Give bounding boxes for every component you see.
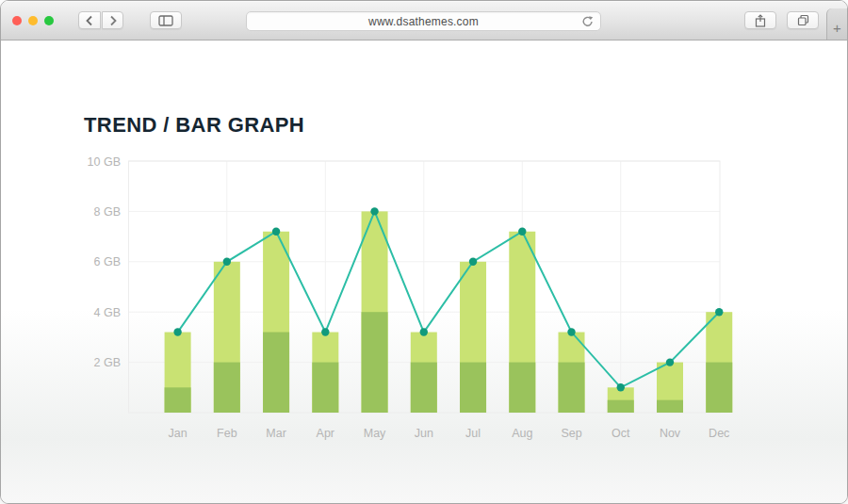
x-axis-label: Mar bbox=[266, 427, 286, 440]
reload-icon[interactable] bbox=[581, 15, 594, 28]
trend-point bbox=[469, 258, 477, 266]
y-axis-label: 6 GB bbox=[94, 255, 122, 268]
x-axis-label: Dec bbox=[709, 427, 729, 440]
zoom-window-button[interactable] bbox=[44, 16, 54, 25]
chevron-right-icon bbox=[109, 15, 117, 26]
bar-base-segment bbox=[657, 400, 683, 413]
trend-point bbox=[715, 308, 723, 316]
x-axis-label: Jan bbox=[169, 427, 188, 440]
sidebar-toggle-button[interactable] bbox=[150, 11, 182, 29]
trend-bar-chart: 2 GB4 GB6 GB8 GB10 GBJanFebMarAprMayJunJ… bbox=[1, 41, 848, 504]
x-axis-label: Nov bbox=[660, 427, 681, 440]
bar-base-segment bbox=[362, 312, 388, 413]
trend-line bbox=[178, 211, 720, 387]
chevron-left-icon bbox=[86, 15, 93, 26]
forward-button[interactable] bbox=[102, 11, 123, 29]
x-axis-label: Oct bbox=[612, 427, 630, 440]
share-icon bbox=[755, 14, 766, 27]
share-button[interactable] bbox=[744, 11, 776, 29]
x-axis-label: Sep bbox=[561, 427, 581, 440]
y-axis-label: 2 GB bbox=[94, 356, 122, 369]
browser-window: www.dsathemes.com + bbox=[0, 0, 848, 504]
new-tab-button[interactable]: + bbox=[826, 8, 847, 40]
web-page: TREND / BAR GRAPH 2 GB4 GB6 GB8 GB10 GBJ… bbox=[1, 41, 847, 504]
y-axis-label: 10 GB bbox=[88, 155, 121, 169]
trend-point bbox=[272, 228, 280, 236]
bar-base-segment bbox=[263, 333, 289, 413]
trend-point bbox=[666, 358, 674, 366]
x-axis-label: Jul bbox=[465, 427, 481, 440]
bar-base-segment bbox=[460, 363, 486, 413]
bar-base-segment bbox=[312, 363, 338, 413]
trend-point bbox=[321, 328, 329, 335]
trend-point bbox=[567, 328, 575, 335]
trend-point bbox=[518, 228, 526, 236]
browser-toolbar: www.dsathemes.com + bbox=[1, 1, 847, 41]
trend-point bbox=[173, 328, 181, 335]
bar-base-segment bbox=[706, 363, 732, 413]
trend-point bbox=[420, 328, 428, 335]
bar-base-segment bbox=[509, 363, 535, 413]
traffic-lights bbox=[12, 16, 54, 25]
bar-base-segment bbox=[559, 363, 585, 413]
x-axis-label: Apr bbox=[317, 427, 334, 440]
plus-icon: + bbox=[833, 21, 841, 35]
bar-base-segment bbox=[165, 387, 191, 413]
bar-base-segment bbox=[608, 400, 634, 413]
trend-point bbox=[370, 207, 378, 215]
trend-point bbox=[617, 383, 625, 391]
close-window-button[interactable] bbox=[12, 16, 22, 25]
minimize-window-button[interactable] bbox=[28, 16, 38, 25]
back-button[interactable] bbox=[78, 11, 101, 29]
address-bar[interactable]: www.dsathemes.com bbox=[246, 11, 601, 31]
x-axis-label: Feb bbox=[217, 427, 237, 440]
x-axis-label: Jun bbox=[415, 427, 433, 440]
bar-base-segment bbox=[214, 363, 240, 413]
y-axis-label: 8 GB bbox=[94, 205, 122, 219]
trend-point bbox=[223, 258, 231, 266]
url-text: www.dsathemes.com bbox=[368, 15, 479, 28]
bar-base-segment bbox=[411, 363, 437, 413]
y-axis-label: 4 GB bbox=[94, 306, 122, 319]
sidebar-icon bbox=[158, 15, 173, 26]
x-axis-label: May bbox=[364, 427, 386, 440]
tab-overview-button[interactable] bbox=[787, 11, 819, 29]
toolbar-right-group bbox=[744, 11, 819, 29]
x-axis-label: Aug bbox=[512, 427, 532, 440]
tabs-icon bbox=[797, 14, 809, 26]
